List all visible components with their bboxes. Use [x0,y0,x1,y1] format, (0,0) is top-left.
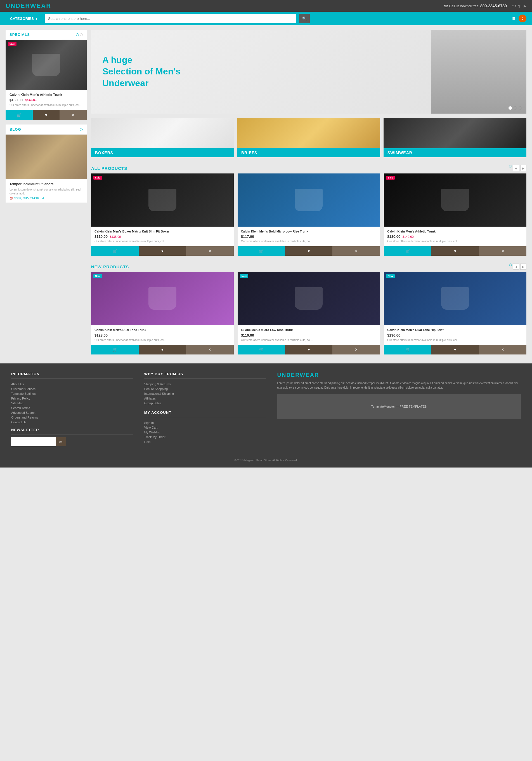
footer-my-wishlist[interactable]: My Wishlist [144,431,266,434]
footer-brand: UNDERWEAR Lorem ipsum dolor sit amet con… [277,372,521,446]
new-p1-cart-btn[interactable]: 🛒 [91,345,139,354]
hero-dot-3[interactable] [518,106,522,110]
all-p3-del-btn[interactable]: ✕ [479,246,526,256]
main-wrapper: SPECIALS Sale Calvin Klein Men's Athleti… [0,25,532,364]
all-products-prev[interactable]: ◀ [513,165,519,171]
new-product-1-actions: 🛒 ♥ ✕ [91,345,234,354]
all-product-1-image: Sale [91,173,234,227]
social-icons: f t g+ ▶ [512,4,526,8]
newsletter-title: NEWSLETTER [11,428,133,435]
facebook-icon[interactable]: f [512,4,513,8]
new-p2-cart-btn[interactable]: 🛒 [238,345,285,354]
hero-dot-2[interactable] [513,106,517,110]
new-p2-del-btn[interactable]: ✕ [332,345,380,354]
all-products-nav: ◀ ▶ [509,165,526,171]
footer-sign-in[interactable]: Sign In [144,421,266,425]
logo-highlight: WE [30,2,41,9]
all-product-2-actions: 🛒 ♥ ✕ [238,246,380,256]
footer-template-settings[interactable]: Template Settings [11,392,133,395]
footer-information: INFORMATION About Us Customer Service Te… [11,372,133,446]
all-p1-del-btn[interactable]: ✕ [186,246,234,256]
search-input[interactable] [45,14,296,23]
footer-privacy-policy[interactable]: Privacy Policy [11,397,133,400]
footer-search-terms[interactable]: Search Terms [11,406,133,410]
specials-product-info: Calvin Klein Men's Athletic Trunk $130.0… [6,90,87,110]
all-p2-wish-btn[interactable]: ♥ [285,246,333,256]
all-product-3-price: $130.00 $140.00 [387,234,523,239]
main-content: A huge Selection of Men's Underwear BOXE… [91,29,526,359]
add-to-cart-button[interactable]: 🛒 [6,110,33,120]
search-button[interactable]: 🔍 [299,14,310,23]
logo-prefix: UNDER [6,2,30,9]
footer-group-sales[interactable]: Group Sales [144,401,266,405]
footer-whybuy-title: WHY BUY FROM US [144,372,266,379]
new-product-1-badge: New [93,274,102,278]
all-product-3-image: Sale [384,173,526,227]
footer: INFORMATION About Us Customer Service Te… [0,364,532,468]
footer-advanced-search[interactable]: Advanced Search [11,411,133,414]
footer-grid: INFORMATION About Us Customer Service Te… [11,372,521,446]
footer-orders-returns[interactable]: Orders and Returns [11,416,133,419]
all-p3-cart-btn[interactable]: 🛒 [384,246,431,256]
footer-customer-service[interactable]: Customer Service [11,387,133,390]
categories-button[interactable]: CATEGORIES ▾ [6,12,42,25]
category-briefs[interactable]: BRIEFS [237,118,380,157]
search-bar [45,14,296,23]
new-products-prev[interactable]: ◀ [513,263,519,270]
new-product-2-desc: Our store offers underwear available in … [241,338,377,342]
hero-dot-1[interactable] [508,106,512,110]
menu-icon[interactable]: ≡ [512,16,515,22]
category-swimwear[interactable]: SWIMWEAR [384,118,526,157]
blog-post-info: Tempor incididunt ut labore Lorem ipsum … [6,179,87,203]
footer-site-map[interactable]: Site Map [11,401,133,405]
hero-model-image [431,29,526,114]
newsletter-submit-button[interactable]: ✉ [56,437,66,446]
new-product-2-name: ck one Men's Micro Low Rise Trunk [241,328,377,332]
new-p2-wish-btn[interactable]: ♥ [285,345,333,354]
new-p3-cart-btn[interactable]: 🛒 [384,345,431,354]
remove-button[interactable]: ✕ [60,110,87,120]
all-p2-del-btn[interactable]: ✕ [332,246,380,256]
new-p3-del-btn[interactable]: ✕ [479,345,526,354]
all-product-2-name: Calvin Klein Men's Bold Micro Low Rise T… [241,229,377,233]
new-p1-wish-btn[interactable]: ♥ [139,345,186,354]
footer-international-shipping[interactable]: International Shipping [144,392,266,395]
all-p2-cart-btn[interactable]: 🛒 [238,246,285,256]
swimwear-label: SWIMWEAR [384,148,526,157]
new-products-next[interactable]: ▶ [520,263,526,270]
product-figure [32,54,60,76]
cart-count: 0 [522,17,524,21]
copyright-text: © 2015 Magento Demo Store. All Rights Re… [235,459,298,462]
specials-nav [76,33,83,36]
footer-view-cart[interactable]: View Cart [144,426,266,429]
new-product-3-desc: Our store offers underwear available in … [387,338,523,342]
all-p3-wish-btn[interactable]: ♥ [431,246,479,256]
new-p3-wish-btn[interactable]: ♥ [431,345,479,354]
all-p1-wish-btn[interactable]: ♥ [139,246,186,256]
new-p1-del-btn[interactable]: ✕ [186,345,234,354]
footer-affiliates[interactable]: Affiliates [144,397,266,400]
footer-help[interactable]: Help [144,440,266,443]
youtube-icon[interactable]: ▶ [524,4,526,8]
all-product-2-image [238,173,380,227]
newsletter-email-input[interactable] [11,437,56,446]
blog-post-image [6,135,87,179]
twitter-icon[interactable]: t [515,4,516,8]
footer-secure-shopping[interactable]: Secure Shopping [144,387,266,390]
hero-dots [508,106,522,110]
footer-about-us[interactable]: About Us [11,382,133,386]
footer-contact-us[interactable]: Contact Us [11,421,133,424]
googleplus-icon[interactable]: g+ [518,4,522,8]
add-to-wishlist-button[interactable]: ♥ [33,110,60,120]
footer-bottom: © 2015 Magento Demo Store. All Rights Re… [11,455,521,462]
all-products-next[interactable]: ▶ [520,165,526,171]
all-p1-cart-btn[interactable]: 🛒 [91,246,139,256]
blog-block: BLOG Tempor incididunt ut labore Lorem i… [6,125,87,203]
footer-track-order[interactable]: Track My Order [144,435,266,439]
category-boxers[interactable]: BOXERS [91,118,234,157]
specials-product-name: Calvin Klein Men's Athletic Trunk [10,93,83,97]
footer-shipping-returns[interactable]: Shipping & Returns [144,382,266,386]
all-product-3-desc: Our store offers underwear available in … [387,240,523,243]
cart-button[interactable]: 0 [518,15,526,23]
all-product-3-badge: Sale [386,176,395,180]
